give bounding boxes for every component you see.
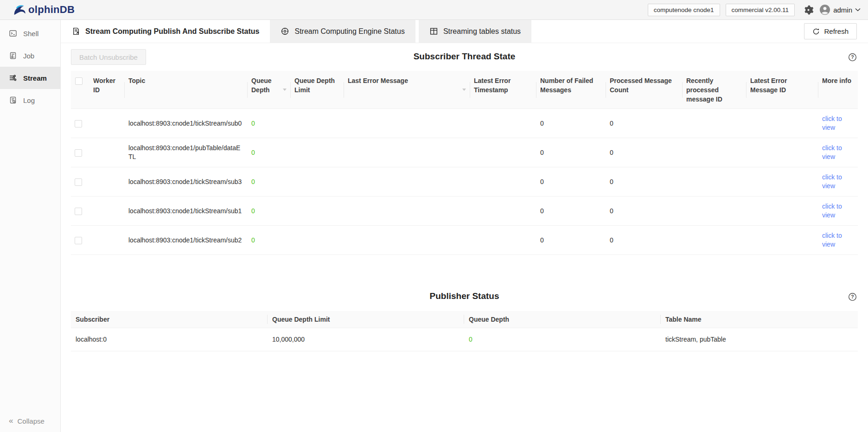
row-checkbox[interactable] xyxy=(75,149,82,157)
refresh-button[interactable]: Refresh xyxy=(804,23,857,39)
publisher-section-title: Publisher Status xyxy=(430,291,499,301)
col-last-error-message[interactable]: Last Error Message xyxy=(344,71,470,109)
dolphindb-logo: olphinDB xyxy=(13,4,75,16)
select-all-checkbox[interactable] xyxy=(75,77,83,85)
sidebar-item-label: Log xyxy=(23,96,35,104)
row-checkbox[interactable] xyxy=(75,237,82,244)
click-to-view-link[interactable]: click to view xyxy=(822,203,842,219)
table-row: localhost:0 10,000,000 0 tickStream, pub… xyxy=(71,328,858,351)
job-icon xyxy=(9,51,17,60)
sidebar-collapse-button[interactable]: « Collapse xyxy=(0,410,60,432)
subscriber-header-row: Worker ID Topic Queue Depth Queue Depth … xyxy=(71,71,858,109)
col-table-name: Table Name xyxy=(661,311,858,328)
last-error-message-cell xyxy=(344,167,470,197)
tab-bar: Stream Computing Publish And Subscribe S… xyxy=(61,20,868,43)
col-last-error-message-label: Last Error Message xyxy=(348,77,408,84)
select-all-header xyxy=(71,71,89,109)
col-processed-count: Processed Message Count xyxy=(606,71,683,109)
col-failed-messages: Number of Failed Messages xyxy=(536,71,606,109)
table-row: localhost:8903:cnode1/tickStream/sub0 0 … xyxy=(71,109,858,138)
col-queue-depth: Queue Depth xyxy=(464,311,661,328)
row-checkbox[interactable] xyxy=(75,120,82,127)
settings-button[interactable] xyxy=(803,5,814,15)
latest-error-message-id-cell xyxy=(747,226,818,255)
publisher-status-table: Subscriber Queue Depth Limit Queue Depth… xyxy=(71,311,858,351)
user-menu[interactable]: admin xyxy=(819,4,861,15)
queue-depth-cell: 0 xyxy=(248,167,291,197)
subscriber-toolbar: Batch Unsubscribe Subscriber Thread Stat… xyxy=(71,49,858,65)
sidebar-item-label: Job xyxy=(23,52,34,60)
topic-cell: localhost:8903:cnode1/tickStream/sub3 xyxy=(125,167,248,197)
stream-icon xyxy=(9,74,17,82)
col-latest-error-message-id: Latest Error Message ID xyxy=(747,71,818,109)
click-to-view-link[interactable]: click to view xyxy=(822,232,842,248)
subscriber-section-title: Subscriber Thread State xyxy=(414,51,516,62)
svg-text:?: ? xyxy=(851,294,854,299)
sort-caret-icon xyxy=(283,89,287,91)
table-row: localhost:8903:cnode1/pubTable/dataETL 0… xyxy=(71,138,858,167)
worker-id-cell xyxy=(89,109,125,138)
row-checkbox[interactable] xyxy=(75,178,82,186)
version-badge: commercial v2.00.11 xyxy=(726,4,795,16)
queue-depth-cell: 0 xyxy=(248,226,291,255)
queue-depth-cell: 0 xyxy=(248,197,291,226)
last-error-message-cell xyxy=(344,138,470,167)
tab-engine-status[interactable]: Stream Computing Engine Status xyxy=(270,20,415,43)
last-error-message-cell xyxy=(344,226,470,255)
log-icon xyxy=(9,96,17,104)
col-queue-depth-label: Queue Depth xyxy=(251,77,272,94)
recent-message-id-cell xyxy=(683,109,747,138)
batch-unsubscribe-button[interactable]: Batch Unsubscribe xyxy=(71,49,146,65)
tab-pubsub-status[interactable]: Stream Computing Publish And Subscribe S… xyxy=(61,20,270,43)
latest-error-timestamp-cell xyxy=(470,138,536,167)
engine-status-icon xyxy=(281,27,289,36)
topic-cell: localhost:8903:cnode1/tickStream/sub1 xyxy=(125,197,248,226)
help-icon: ? xyxy=(848,53,857,62)
sidebar-item-shell[interactable]: Shell xyxy=(0,22,60,44)
col-latest-error-timestamp: Latest Error Timestamp xyxy=(470,71,536,109)
publisher-header-row: Subscriber Queue Depth Limit Queue Depth… xyxy=(71,311,858,328)
latest-error-timestamp-cell xyxy=(470,226,536,255)
refresh-label: Refresh xyxy=(824,27,849,35)
dolphin-logo-icon xyxy=(13,4,27,16)
failed-messages-cell: 0 xyxy=(536,167,606,197)
tab-label: Stream Computing Engine Status xyxy=(294,27,404,36)
sidebar-item-job[interactable]: Job xyxy=(0,44,60,67)
subscriber-thread-table: Worker ID Topic Queue Depth Queue Depth … xyxy=(71,71,858,255)
col-topic: Topic xyxy=(125,71,248,109)
queue-depth-limit-cell xyxy=(291,138,344,167)
topic-cell: localhost:8903:cnode1/tickStream/sub2 xyxy=(125,226,248,255)
queue-depth-cell: 0 xyxy=(248,138,291,167)
queue-depth-limit-cell xyxy=(291,226,344,255)
recent-message-id-cell xyxy=(683,138,747,167)
processed-count-cell: 0 xyxy=(606,138,683,167)
sidebar-item-log[interactable]: Log xyxy=(0,89,60,111)
subscriber-help-button[interactable]: ? xyxy=(848,53,857,62)
sidebar-item-stream[interactable]: Stream xyxy=(0,67,60,89)
sidebar-item-label: Stream xyxy=(23,74,47,82)
table-row: localhost:8903:cnode1/tickStream/sub1 0 … xyxy=(71,197,858,226)
col-queue-depth[interactable]: Queue Depth xyxy=(248,71,291,109)
tab-streaming-tables-status[interactable]: Streaming tables status xyxy=(419,20,531,43)
row-checkbox[interactable] xyxy=(75,208,82,215)
worker-id-cell xyxy=(89,138,125,167)
failed-messages-cell: 0 xyxy=(536,226,606,255)
queue-depth-cell: 0 xyxy=(248,109,291,138)
sort-caret-icon xyxy=(462,89,466,91)
gear-icon xyxy=(803,5,814,15)
col-recent-message-id: Recently processed message ID xyxy=(683,71,747,109)
node-badge: computenode cnode1 xyxy=(648,4,720,16)
failed-messages-cell: 0 xyxy=(536,138,606,167)
click-to-view-link[interactable]: click to view xyxy=(822,115,842,131)
publisher-help-button[interactable]: ? xyxy=(848,292,857,301)
refresh-icon xyxy=(812,28,820,35)
collapse-icon: « xyxy=(9,416,13,426)
top-header: olphinDB computenode cnode1 commercial v… xyxy=(0,0,868,20)
processed-count-cell: 0 xyxy=(606,226,683,255)
svg-text:?: ? xyxy=(851,54,854,60)
click-to-view-link[interactable]: click to view xyxy=(822,144,842,160)
topic-cell: localhost:8903:cnode1/pubTable/dataETL xyxy=(125,138,248,167)
click-to-view-link[interactable]: click to view xyxy=(822,173,842,190)
failed-messages-cell: 0 xyxy=(536,109,606,138)
latest-error-message-id-cell xyxy=(747,167,818,197)
